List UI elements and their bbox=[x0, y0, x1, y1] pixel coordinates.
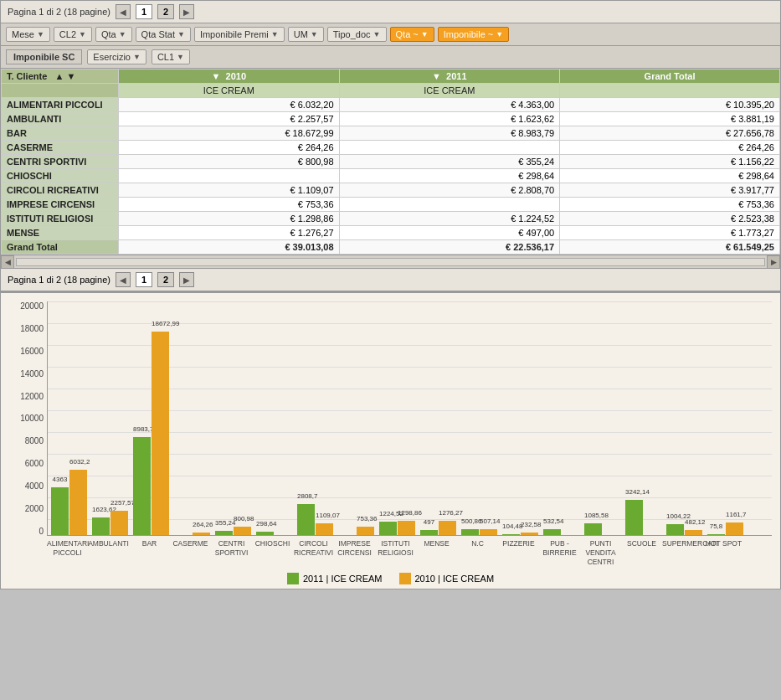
cell-total: € 3.881,19 bbox=[560, 112, 780, 126]
bar-2011: 1224,52 bbox=[379, 522, 397, 535]
filter-qta-active[interactable]: Qta ~ ▼ bbox=[390, 27, 434, 42]
sub-grand-total bbox=[560, 84, 780, 98]
bar-label-2010: 232,58 bbox=[521, 521, 538, 528]
x-label: PIZZERIE bbox=[498, 539, 539, 548]
filter-qta[interactable]: Qta ▼ bbox=[95, 27, 132, 42]
y-label-0: 0 bbox=[9, 527, 44, 536]
bar-2011: 104,48 bbox=[502, 534, 520, 535]
cell-total: € 27.656,78 bbox=[560, 126, 780, 141]
bar-label-2011: 497 bbox=[420, 518, 438, 526]
dropdown-cl1[interactable]: CL1 ▼ bbox=[152, 49, 190, 64]
pagination-label: Pagina 1 di 2 (18 pagine) bbox=[8, 7, 110, 17]
bar-group: 8983,7918672,99 bbox=[133, 332, 174, 535]
imponibile-sc-row: Imponibile SC Esercizio ▼ CL1 ▼ bbox=[1, 46, 780, 69]
bar-label-2011: 4363 bbox=[51, 476, 69, 483]
pivot-table: T. Cliente ▲ ▼ ▼ 2010 ▼ 2011 Grand Total… bbox=[1, 69, 780, 255]
bar-label-2011: 532,54 bbox=[543, 517, 561, 525]
pivot-table-wrapper: T. Cliente ▲ ▼ ▼ 2010 ▼ 2011 Grand Total… bbox=[1, 69, 780, 255]
dropdown-esercizio[interactable]: Esercizio ▼ bbox=[87, 49, 146, 64]
bottom-next-page-button[interactable]: ▶ bbox=[179, 272, 194, 287]
next-page-box[interactable]: 2 bbox=[157, 4, 174, 19]
bar-label-2010: 1298,86 bbox=[398, 509, 415, 517]
bar-label-2011: 75,8 bbox=[707, 522, 725, 530]
x-label: CHIOSCHI bbox=[252, 539, 293, 548]
bar-label-2010: 800,98 bbox=[234, 515, 251, 522]
x-label: SUPERMERCATI bbox=[662, 539, 703, 548]
bar-label-2010: 264,26 bbox=[193, 521, 210, 528]
grid-line bbox=[48, 301, 772, 302]
row-label: CASERME bbox=[2, 141, 119, 155]
chart-container: 20000 18000 16000 14000 12000 10000 8000… bbox=[9, 301, 772, 569]
y-label-18000: 18000 bbox=[9, 324, 44, 333]
bar-group: 1623,622257,57 bbox=[92, 511, 133, 535]
bar-2010: 1298,86 bbox=[398, 521, 415, 535]
x-label: BAR bbox=[129, 539, 170, 548]
filter-um[interactable]: UM ▼ bbox=[288, 27, 324, 42]
y-label-14000: 14000 bbox=[9, 369, 44, 378]
cell-2011: € 497,00 bbox=[339, 226, 560, 240]
next-page-button[interactable]: ▶ bbox=[179, 4, 194, 19]
row-label: ISTITUTI RELIGIOSI bbox=[2, 212, 119, 226]
row-label: MENSE bbox=[2, 226, 119, 240]
bar-2010: 800,98 bbox=[234, 527, 251, 535]
filter-imponibile-active[interactable]: Imponibile ~ ▼ bbox=[438, 27, 510, 42]
bottom-current-page-box[interactable]: 1 bbox=[136, 272, 152, 287]
y-label-6000: 6000 bbox=[9, 459, 44, 468]
bar-2010: 232,58 bbox=[521, 533, 538, 535]
bar-label-2010: 1109,07 bbox=[316, 512, 333, 519]
bar-label-2011: 1224,52 bbox=[379, 510, 397, 517]
bar-2011: 532,54 bbox=[543, 529, 561, 535]
filter-tipo-doc[interactable]: Tipo_doc ▼ bbox=[327, 27, 387, 42]
scroll-right[interactable]: ▶ bbox=[767, 255, 780, 269]
bar-2010: 507,14 bbox=[480, 529, 497, 535]
bar-group: 3242,14 bbox=[625, 500, 666, 535]
cell-2011: € 298,64 bbox=[339, 169, 560, 183]
bar-group: 1085,58 bbox=[584, 523, 625, 535]
chart-legend: 2011 | ICE CREAM 2010 | ICE CREAM bbox=[9, 573, 772, 584]
row-header: T. Cliente ▲ ▼ bbox=[2, 69, 119, 84]
filter-cl2[interactable]: CL2 ▼ bbox=[54, 27, 92, 42]
bar-2010: 1276,27 bbox=[439, 521, 456, 535]
cell-2011: € 1.224,52 bbox=[339, 212, 560, 226]
cell-total: € 61.549,25 bbox=[560, 240, 780, 255]
bar-2011: 2808,7 bbox=[297, 504, 315, 535]
y-label-12000: 12000 bbox=[9, 392, 44, 401]
bar-group: 43636032,2 bbox=[51, 470, 92, 535]
row-label: CIRCOLI RICREATIVI bbox=[2, 183, 119, 198]
prev-page-button[interactable]: ◀ bbox=[116, 4, 131, 19]
cell-total: € 1.773,27 bbox=[560, 226, 780, 240]
bar-group: 264,26 bbox=[174, 533, 215, 535]
bottom-next-page-box[interactable]: 2 bbox=[157, 272, 174, 287]
x-label: CENTRI SPORTIVI bbox=[211, 539, 252, 558]
bar-2011: 8983,79 bbox=[133, 437, 151, 535]
filter-qta-stat[interactable]: Qta Stat ▼ bbox=[136, 27, 191, 42]
bar-label-2011: 1004,22 bbox=[666, 512, 684, 520]
chart-plot-area: 43636032,21623,622257,578983,7918672,992… bbox=[47, 301, 772, 536]
cell-total: € 3.917,77 bbox=[560, 183, 780, 198]
bar-2011: 500,86 bbox=[461, 529, 479, 535]
cell-2011 bbox=[339, 141, 560, 155]
legend-green-box bbox=[287, 573, 299, 584]
bar-2010: 2257,57 bbox=[110, 511, 128, 535]
scroll-track[interactable] bbox=[16, 258, 765, 266]
x-label: PUB - BIRRERIE bbox=[539, 539, 580, 558]
bar-2011: 298,64 bbox=[256, 532, 274, 535]
filter-mese[interactable]: Mese ▼ bbox=[6, 27, 50, 42]
scroll-left[interactable]: ◀ bbox=[1, 255, 14, 269]
bar-label-2010: 753,36 bbox=[357, 515, 374, 522]
cell-total: € 264,26 bbox=[560, 141, 780, 155]
cell-2010: € 2.257,57 bbox=[119, 112, 340, 126]
bar-label-2010: 507,14 bbox=[480, 517, 497, 525]
x-label: SCUOLE bbox=[621, 539, 662, 548]
current-page-box[interactable]: 1 bbox=[136, 4, 152, 19]
cell-2010: € 1.276,27 bbox=[119, 226, 340, 240]
bottom-pagination-label: Pagina 1 di 2 (18 pagine) bbox=[8, 275, 110, 285]
x-label: ALIMENTARI PICCOLI bbox=[47, 539, 88, 558]
bottom-prev-page-button[interactable]: ◀ bbox=[116, 272, 131, 287]
horizontal-scrollbar[interactable]: ◀ ▶ bbox=[1, 255, 780, 268]
cell-total: € 753,36 bbox=[560, 198, 780, 212]
cell-2010 bbox=[119, 169, 340, 183]
filter-imponibile-premi[interactable]: Imponibile Premi ▼ bbox=[194, 27, 285, 42]
x-label: MENSE bbox=[416, 539, 457, 548]
bar-label-2011: 500,86 bbox=[461, 517, 479, 525]
